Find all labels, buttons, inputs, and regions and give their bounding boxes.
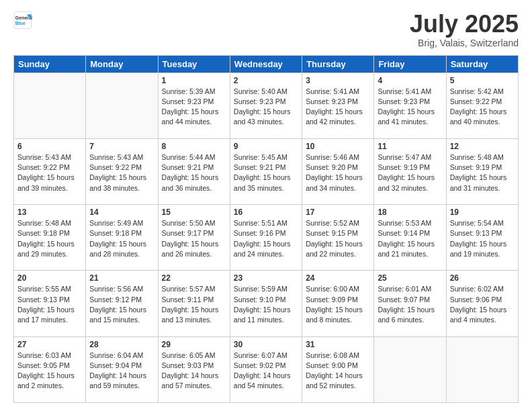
day-number: 29: [162, 340, 226, 349]
day-detail: Sunrise: 5:41 AMSunset: 9:23 PMDaylight:…: [306, 87, 370, 128]
calendar-cell: 9Sunrise: 5:45 AMSunset: 9:21 PMDaylight…: [230, 138, 302, 204]
day-detail: Sunrise: 6:07 AMSunset: 9:02 PMDaylight:…: [234, 351, 298, 392]
day-detail: Sunrise: 5:54 AMSunset: 9:13 PMDaylight:…: [450, 218, 515, 259]
col-monday: Monday: [86, 55, 158, 73]
day-detail: Sunrise: 6:04 AMSunset: 9:04 PMDaylight:…: [89, 351, 154, 392]
day-detail: Sunrise: 6:03 AMSunset: 9:05 PMDaylight:…: [17, 351, 82, 392]
day-number: 21: [89, 273, 154, 283]
day-detail: Sunrise: 5:42 AMSunset: 9:22 PMDaylight:…: [450, 87, 515, 128]
logo: General Blue: [13, 11, 32, 30]
day-number: 27: [17, 340, 82, 349]
day-number: 19: [450, 208, 515, 217]
calendar-cell: 22Sunrise: 5:57 AMSunset: 9:11 PMDayligh…: [158, 271, 230, 336]
day-number: 26: [450, 273, 515, 283]
day-detail: Sunrise: 5:44 AMSunset: 9:21 PMDaylight:…: [162, 152, 226, 193]
day-number: 3: [306, 76, 370, 85]
day-detail: Sunrise: 6:00 AMSunset: 9:09 PMDaylight:…: [306, 284, 370, 325]
calendar-week-3: 20Sunrise: 5:55 AMSunset: 9:13 PMDayligh…: [14, 271, 519, 336]
day-detail: Sunrise: 5:48 AMSunset: 9:18 PMDaylight:…: [17, 218, 82, 259]
col-thursday: Thursday: [302, 55, 374, 73]
day-detail: Sunrise: 6:01 AMSunset: 9:07 PMDaylight:…: [378, 284, 442, 325]
calendar-cell: 10Sunrise: 5:46 AMSunset: 9:20 PMDayligh…: [302, 138, 374, 204]
day-detail: Sunrise: 5:41 AMSunset: 9:23 PMDaylight:…: [378, 87, 442, 128]
day-number: 30: [234, 340, 298, 349]
day-detail: Sunrise: 5:47 AMSunset: 9:19 PMDaylight:…: [378, 152, 442, 193]
title-block: July 2025 Brig, Valais, Switzerland: [410, 11, 519, 48]
day-number: 24: [306, 273, 370, 283]
day-number: 28: [89, 340, 154, 349]
day-detail: Sunrise: 5:43 AMSunset: 9:22 PMDaylight:…: [89, 152, 154, 193]
calendar-cell: 1Sunrise: 5:39 AMSunset: 9:23 PMDaylight…: [158, 73, 230, 138]
day-number: 22: [162, 273, 226, 283]
day-detail: Sunrise: 5:57 AMSunset: 9:11 PMDaylight:…: [162, 284, 226, 325]
day-number: 25: [378, 273, 442, 283]
day-number: 4: [378, 76, 442, 85]
calendar-cell: 19Sunrise: 5:54 AMSunset: 9:13 PMDayligh…: [446, 205, 518, 271]
calendar-cell: 20Sunrise: 5:55 AMSunset: 9:13 PMDayligh…: [14, 271, 86, 336]
day-number: 8: [162, 142, 226, 151]
day-number: 20: [17, 273, 82, 283]
calendar-week-2: 13Sunrise: 5:48 AMSunset: 9:18 PMDayligh…: [14, 205, 519, 271]
day-number: 6: [17, 142, 82, 151]
col-saturday: Saturday: [446, 55, 518, 73]
day-detail: Sunrise: 5:39 AMSunset: 9:23 PMDaylight:…: [162, 87, 226, 128]
calendar-week-4: 27Sunrise: 6:03 AMSunset: 9:05 PMDayligh…: [14, 336, 519, 402]
day-detail: Sunrise: 5:49 AMSunset: 9:18 PMDaylight:…: [89, 218, 154, 259]
calendar-cell: 7Sunrise: 5:43 AMSunset: 9:22 PMDaylight…: [86, 138, 158, 204]
day-number: 2: [234, 76, 298, 85]
calendar-cell: 26Sunrise: 6:02 AMSunset: 9:06 PMDayligh…: [446, 271, 518, 336]
calendar-cell: [446, 336, 518, 402]
calendar-cell: 6Sunrise: 5:43 AMSunset: 9:22 PMDaylight…: [14, 138, 86, 204]
col-friday: Friday: [374, 55, 446, 73]
day-number: 15: [162, 208, 226, 217]
calendar-cell: 8Sunrise: 5:44 AMSunset: 9:21 PMDaylight…: [158, 138, 230, 204]
col-tuesday: Tuesday: [158, 55, 230, 73]
day-number: 1: [162, 76, 226, 85]
day-number: 23: [234, 273, 298, 283]
calendar-table: Sunday Monday Tuesday Wednesday Thursday…: [13, 55, 519, 403]
day-detail: Sunrise: 6:05 AMSunset: 9:03 PMDaylight:…: [162, 351, 226, 392]
calendar-cell: 3Sunrise: 5:41 AMSunset: 9:23 PMDaylight…: [302, 73, 374, 138]
day-number: 13: [17, 208, 82, 217]
calendar-cell: 24Sunrise: 6:00 AMSunset: 9:09 PMDayligh…: [302, 271, 374, 336]
calendar-cell: 4Sunrise: 5:41 AMSunset: 9:23 PMDaylight…: [374, 73, 446, 138]
day-detail: Sunrise: 5:59 AMSunset: 9:10 PMDaylight:…: [234, 284, 298, 325]
day-detail: Sunrise: 6:08 AMSunset: 9:00 PMDaylight:…: [306, 351, 370, 392]
day-detail: Sunrise: 5:48 AMSunset: 9:19 PMDaylight:…: [450, 152, 515, 193]
calendar-cell: 15Sunrise: 5:50 AMSunset: 9:17 PMDayligh…: [158, 205, 230, 271]
day-detail: Sunrise: 5:52 AMSunset: 9:15 PMDaylight:…: [306, 218, 370, 259]
day-detail: Sunrise: 5:45 AMSunset: 9:21 PMDaylight:…: [234, 152, 298, 193]
day-number: 18: [378, 208, 442, 217]
calendar-cell: 13Sunrise: 5:48 AMSunset: 9:18 PMDayligh…: [14, 205, 86, 271]
calendar-week-1: 6Sunrise: 5:43 AMSunset: 9:22 PMDaylight…: [14, 138, 519, 204]
calendar-cell: 28Sunrise: 6:04 AMSunset: 9:04 PMDayligh…: [86, 336, 158, 402]
calendar-cell: 21Sunrise: 5:56 AMSunset: 9:12 PMDayligh…: [86, 271, 158, 336]
calendar-cell: 12Sunrise: 5:48 AMSunset: 9:19 PMDayligh…: [446, 138, 518, 204]
calendar-cell: 17Sunrise: 5:52 AMSunset: 9:15 PMDayligh…: [302, 205, 374, 271]
day-number: 10: [306, 142, 370, 151]
day-detail: Sunrise: 5:43 AMSunset: 9:22 PMDaylight:…: [17, 152, 82, 193]
day-number: 31: [306, 340, 370, 349]
calendar-cell: [374, 336, 446, 402]
day-number: 14: [89, 208, 154, 217]
day-detail: Sunrise: 6:02 AMSunset: 9:06 PMDaylight:…: [450, 284, 515, 325]
day-number: 16: [234, 208, 298, 217]
calendar-cell: 16Sunrise: 5:51 AMSunset: 9:16 PMDayligh…: [230, 205, 302, 271]
header: General Blue July 2025 Brig, Valais, Swi…: [13, 11, 519, 48]
calendar-cell: 31Sunrise: 6:08 AMSunset: 9:00 PMDayligh…: [302, 336, 374, 402]
page: General Blue July 2025 Brig, Valais, Swi…: [0, 0, 532, 411]
month-title: July 2025: [410, 11, 519, 38]
day-number: 5: [450, 76, 515, 85]
calendar-cell: 11Sunrise: 5:47 AMSunset: 9:19 PMDayligh…: [374, 138, 446, 204]
calendar-cell: 23Sunrise: 5:59 AMSunset: 9:10 PMDayligh…: [230, 271, 302, 336]
day-detail: Sunrise: 5:51 AMSunset: 9:16 PMDaylight:…: [234, 218, 298, 259]
calendar-cell: 29Sunrise: 6:05 AMSunset: 9:03 PMDayligh…: [158, 336, 230, 402]
location: Brig, Valais, Switzerland: [410, 38, 519, 48]
day-number: 9: [234, 142, 298, 151]
calendar-cell: 14Sunrise: 5:49 AMSunset: 9:18 PMDayligh…: [86, 205, 158, 271]
calendar-cell: 5Sunrise: 5:42 AMSunset: 9:22 PMDaylight…: [446, 73, 518, 138]
logo-icon: General Blue: [13, 11, 32, 30]
calendar-cell: 2Sunrise: 5:40 AMSunset: 9:23 PMDaylight…: [230, 73, 302, 138]
calendar-cell: 30Sunrise: 6:07 AMSunset: 9:02 PMDayligh…: [230, 336, 302, 402]
col-sunday: Sunday: [14, 55, 86, 73]
